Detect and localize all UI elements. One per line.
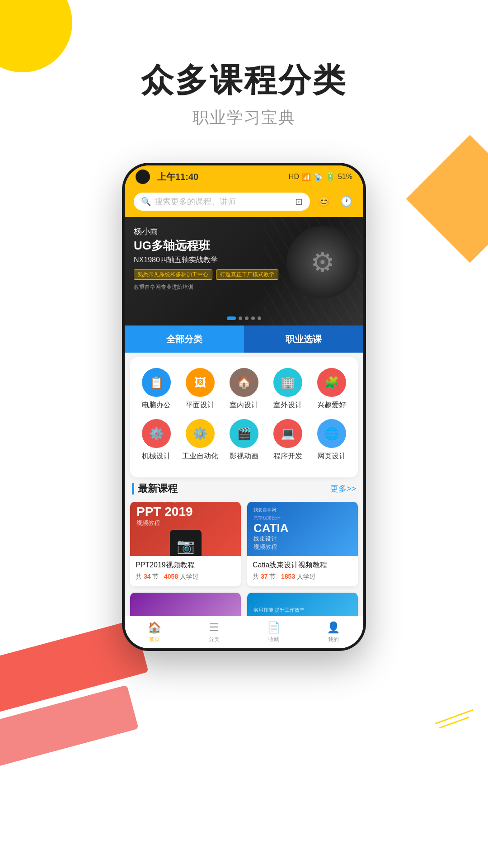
category-item-animation[interactable]: 🎬 影视动画 [224,419,264,461]
nav-label-home: 首页 [149,636,160,643]
category-item-programming[interactable]: 💻 程序开发 [267,419,308,461]
category-icon-outdoor: 🏢 [273,368,302,397]
category-label-industrial: 工业自动化 [182,452,218,461]
category-item-computer-office[interactable]: 📋 电脑办公 [136,368,177,410]
ppt-lessons: 34 [144,573,151,580]
main-title: 众多课程分类 [0,59,488,102]
category-item-industrial[interactable]: ⚙️ 工业自动化 [180,419,221,461]
category-label-hobby: 兴趣爱好 [317,401,346,410]
banner-dot-2 [239,316,242,320]
catia-sub2: 视频教程 [253,543,352,551]
course-name-ppt: PPT2019视频教程 [136,561,235,570]
ppt-camera-img: 📷 [170,530,202,557]
banner-dot-4 [251,316,255,320]
more-link[interactable]: 更多>> [330,483,356,494]
banner-dot-3 [245,316,249,320]
banner-dot-1 [227,316,236,320]
banner-bottom-label: 教重自学网专业进阶培训 [134,283,278,291]
status-time: 上午11:40 [157,171,198,183]
course-thumb-ppt: 搜重自学网专业进阶课程 PPT 2019 视频教程 📷 [130,502,241,556]
course-card-ppt[interactable]: 搜重自学网专业进阶课程 PPT 2019 视频教程 📷 PPT2019视频教程 … [130,502,241,586]
category-label-interior: 室内设计 [230,401,258,410]
status-bar: 上午11:40 HD 📶 📡 🔋 51% [125,165,363,188]
finance-top-label: 实用技能 提升工作效率 [253,607,352,613]
camera-notch [136,170,150,184]
banner-image: ⚙ [286,226,359,298]
banner-subtitle: NX1980四轴五轴实战教学 [134,255,278,265]
category-icon-interior: 🏠 [230,368,258,397]
profile-icon: 👤 [327,621,340,634]
catia-subtitle: 线束设计 [253,535,352,543]
category-label-mechanical: 机械设计 [142,452,171,461]
catia-title: CATIA [253,522,352,534]
ppt-students: 4058 [164,573,178,580]
category-item-interior-design[interactable]: 🏠 室内设计 [224,368,264,410]
search-icon: 🔍 [141,197,151,207]
course-meta-catia: 共 37 节 1853 人学过 [253,573,352,581]
ppt-title-big: PPT 2019 [136,505,235,518]
category-icon-computer: 📋 [142,368,171,397]
nav-label-category: 分类 [209,636,220,643]
banner-content: 杨小雨 UG多轴远程班 NX1980四轴五轴实战教学 熟悉常见系统和多轴加工中心… [134,226,278,291]
header-section: 众多课程分类 职业学习宝典 [0,59,488,129]
search-bar-area: 🔍 搜索更多的课程、讲师 ⊡ 😊 🕐 [125,188,363,217]
category-icon-industrial: ⚙️ [186,419,215,448]
section-bar [132,483,134,495]
category-label-programming: 程序开发 [273,452,302,461]
phone-frame: 上午11:40 HD 📶 📡 🔋 51% 🔍 搜索更多的课程、讲师 ⊡ [122,163,366,651]
category-item-outdoor-design[interactable]: 🏢 室外设计 [267,368,308,410]
ppt-top-label: 搜重自学网专业进阶课程 [136,502,235,504]
category-icon-mechanical: ⚙️ [142,419,171,448]
banner-tags: 熟悉常见系统和多轴加工中心 打造真正工厂模式教学 [134,269,278,280]
smile-icon[interactable]: 😊 [315,193,332,210]
category-icon: ☰ [209,621,219,634]
catia-top-label: 我要自学网 [253,507,352,513]
category-icon-graphic: 🖼 [186,368,215,397]
wifi-icon: 📡 [314,173,323,181]
ppt-subtitle: 视频教程 [136,519,235,527]
category-item-hobby[interactable]: 🧩 兴趣爱好 [311,368,352,410]
hd-icon: HD [289,173,299,181]
nav-item-home[interactable]: 🏠 首页 [125,621,184,643]
banner-author: 杨小雨 [134,226,278,237]
search-input-wrap[interactable]: 🔍 搜索更多的课程、讲师 ⊡ [134,193,310,211]
action-buttons: 全部分类 职业选课 [125,326,363,353]
scan-icon: ⊡ [295,196,303,207]
header-action-icons: 😊 🕐 [315,193,354,210]
bg-lines-decoration [434,716,474,728]
all-categories-button[interactable]: 全部分类 [125,326,244,353]
nav-item-category[interactable]: ☰ 分类 [184,621,244,643]
category-item-graphic-design[interactable]: 🖼 平面设计 [180,368,221,410]
category-icon-webdesign: 🌐 [317,419,346,448]
category-item-mechanical[interactable]: ⚙️ 机械设计 [136,419,177,461]
nav-item-profile[interactable]: 👤 我的 [304,621,363,643]
home-icon: 🏠 [148,621,161,634]
course-meta-ppt: 共 34 节 4058 人学过 [136,573,235,581]
banner-carousel[interactable]: 杨小雨 UG多轴远程班 NX1980四轴五轴实战教学 熟悉常见系统和多轴加工中心… [125,217,363,326]
section-title: 最新课程 [138,482,178,495]
section-header: 最新课程 更多>> [130,482,358,495]
banner-tag-2: 打造真正工厂模式教学 [216,269,278,280]
favorites-icon: 📄 [267,621,281,634]
category-row-2: ⚙️ 机械设计 ⚙️ 工业自动化 🎬 影视动画 💻 程序开发 [135,419,353,461]
course-thumb-catia: 我要自学网 汽车线束设计 CATIA 线束设计 视频教程 [247,502,358,556]
banner-dots [227,316,261,320]
sub-title: 职业学习宝典 [0,107,488,129]
status-icons: HD 📶 📡 🔋 51% [289,172,352,182]
category-icon-programming: 💻 [273,419,302,448]
category-label-graphic: 平面设计 [186,401,215,410]
bottom-navigation: 🏠 首页 ☰ 分类 📄 收藏 👤 我的 [125,616,363,648]
catia-lessons: 37 [261,573,268,580]
career-courses-button[interactable]: 职业选课 [244,326,363,353]
category-card: 📋 电脑办公 🖼 平面设计 🏠 室内设计 🏢 室外设计 [130,357,358,477]
banner-dot-5 [258,316,261,320]
signal-icon: 📶 [302,173,311,181]
category-icon-animation: 🎬 [230,419,258,448]
banner-tag-1: 熟悉常见系统和多轴加工中心 [134,269,212,280]
nav-item-favorites[interactable]: 📄 收藏 [244,621,304,643]
clock-icon[interactable]: 🕐 [338,193,354,210]
category-item-webdesign[interactable]: 🌐 网页设计 [311,419,352,461]
course-card-catia[interactable]: 我要自学网 汽车线束设计 CATIA 线束设计 视频教程 Catia线束设计视频… [247,502,358,586]
nav-label-profile: 我的 [328,636,339,643]
phone-screen: 上午11:40 HD 📶 📡 🔋 51% 🔍 搜索更多的课程、讲师 ⊡ [125,165,363,648]
